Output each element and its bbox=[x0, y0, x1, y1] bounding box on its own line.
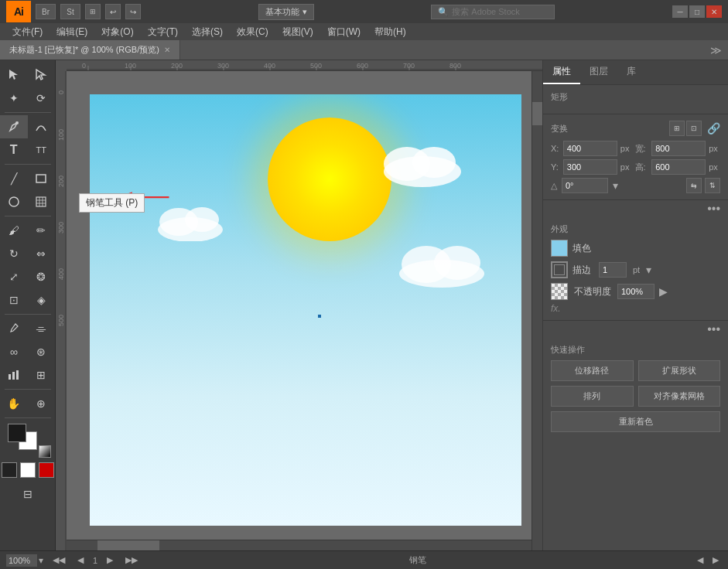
scrollbar-thumb-h[interactable] bbox=[97, 540, 159, 550]
curvature-tool[interactable] bbox=[28, 115, 56, 138]
menu-text[interactable]: 文字(T) bbox=[142, 24, 184, 40]
reflect-tool[interactable]: ⇔ bbox=[28, 242, 56, 265]
free-transform-tool[interactable]: ⊡ bbox=[0, 288, 28, 312]
stroke-dropdown-icon[interactable]: ▾ bbox=[646, 264, 651, 276]
redo-icon[interactable]: ↪ bbox=[125, 4, 141, 19]
rectangle-tool[interactable] bbox=[28, 167, 56, 190]
constrain-proportions-icon[interactable]: 🔗 bbox=[707, 122, 720, 135]
artboard-tool[interactable]: ⊞ bbox=[28, 363, 56, 387]
menu-help[interactable]: 帮助(H) bbox=[368, 24, 412, 40]
align-pixel-button[interactable]: 对齐像素网格 bbox=[638, 386, 721, 407]
expand-shape-button[interactable]: 扩展形状 bbox=[638, 360, 721, 381]
bridge-button[interactable]: Br bbox=[36, 4, 56, 19]
tab-layers[interactable]: 图层 bbox=[580, 60, 617, 84]
ellipse-tool[interactable] bbox=[0, 190, 28, 213]
menu-edit[interactable]: 编辑(E) bbox=[50, 24, 94, 40]
fill-color-preview[interactable] bbox=[551, 240, 568, 257]
foreground-color-swatch[interactable] bbox=[8, 424, 26, 442]
menu-window[interactable]: 窗口(W) bbox=[321, 24, 367, 40]
rotate-tool[interactable]: ↻ bbox=[0, 242, 28, 265]
none-color-box[interactable] bbox=[39, 462, 54, 478]
zoom-tool[interactable]: ⊕ bbox=[28, 392, 56, 415]
dots-menu-icon[interactable]: ••• bbox=[707, 202, 720, 216]
magic-wand-tool[interactable]: ✦ bbox=[0, 87, 28, 110]
arrange-button[interactable]: 排列 bbox=[551, 386, 634, 407]
flip-v-icon[interactable]: ⇅ bbox=[705, 178, 720, 193]
menu-effect[interactable]: 效果(C) bbox=[231, 24, 275, 40]
screen-mode-button[interactable]: ⊟ bbox=[14, 482, 42, 506]
tab-close-button[interactable]: ✕ bbox=[164, 46, 170, 54]
menu-view[interactable]: 视图(V) bbox=[276, 24, 320, 40]
height-input[interactable] bbox=[651, 159, 706, 175]
undo-icon[interactable]: ↩ bbox=[105, 4, 121, 19]
offset-path-button[interactable]: 位移路径 bbox=[551, 360, 634, 381]
app-switcher-button[interactable]: ⊞ bbox=[85, 4, 101, 19]
blend-tool[interactable]: ∞ bbox=[0, 340, 28, 363]
x-input[interactable] bbox=[563, 141, 617, 156]
lasso-tool[interactable]: ⟳ bbox=[28, 87, 56, 110]
angle-dropdown-icon[interactable]: ▾ bbox=[613, 179, 618, 192]
status-arrow-right[interactable]: ▶ bbox=[709, 555, 722, 565]
recolor-button[interactable]: 重新着色 bbox=[551, 411, 720, 432]
stroke-color-box[interactable] bbox=[20, 462, 36, 478]
zoom-input[interactable] bbox=[6, 554, 37, 567]
width-tool[interactable]: ⤢ bbox=[0, 265, 28, 288]
cursor-point bbox=[318, 315, 321, 318]
status-arrow-left[interactable]: ◀ bbox=[694, 555, 706, 565]
tab-libraries[interactable]: 库 bbox=[617, 60, 645, 84]
nav-last-button[interactable]: ▶▶ bbox=[122, 555, 141, 565]
vertical-scrollbar[interactable] bbox=[531, 71, 542, 550]
eyedropper-tool[interactable] bbox=[0, 317, 28, 340]
canvas-container[interactable]: 钢笔工具 (P) bbox=[67, 71, 542, 550]
blob-brush-tool[interactable]: ✏ bbox=[28, 219, 56, 242]
workspace-dropdown[interactable]: 基本功能 ▾ bbox=[258, 4, 314, 20]
flip-h-icon[interactable]: ⇆ bbox=[686, 178, 702, 193]
opacity-arrow-icon[interactable]: ▶ bbox=[659, 285, 668, 298]
expand-panels-button[interactable]: ≫ bbox=[704, 44, 728, 56]
grid-tool[interactable] bbox=[28, 190, 56, 213]
menu-object[interactable]: 对象(O) bbox=[95, 24, 139, 40]
text-tool[interactable]: T bbox=[0, 138, 28, 162]
shaper-tool[interactable]: ◈ bbox=[28, 288, 56, 312]
stroke-preview[interactable] bbox=[551, 261, 568, 278]
stroke-width-input[interactable] bbox=[599, 262, 627, 278]
minimize-button[interactable]: ─ bbox=[672, 5, 688, 18]
pen-tool[interactable] bbox=[0, 115, 28, 138]
horizontal-scrollbar[interactable] bbox=[67, 540, 531, 550]
transform-icon-1[interactable]: ⊞ bbox=[669, 121, 685, 136]
appearance-dots-icon[interactable]: ••• bbox=[707, 322, 720, 336]
gradient-swatch[interactable] bbox=[39, 445, 51, 458]
paintbrush-tool[interactable]: 🖌 bbox=[0, 219, 28, 242]
search-stock-input[interactable] bbox=[452, 7, 548, 16]
search-stock-bar[interactable]: 🔍 bbox=[431, 5, 555, 19]
direct-select-tool[interactable] bbox=[28, 63, 56, 87]
document-tab[interactable]: 未标题-1 [已恢复]* @ 100% (RGB/预览) ✕ bbox=[0, 40, 180, 60]
tab-properties[interactable]: 属性 bbox=[543, 60, 580, 84]
symbol-sprayer-tool[interactable]: ⊛ bbox=[28, 340, 56, 363]
fill-color-box[interactable] bbox=[2, 462, 17, 478]
close-button[interactable]: ✕ bbox=[706, 5, 722, 18]
menu-file[interactable]: 文件(F) bbox=[6, 24, 49, 40]
warp-tool[interactable]: ❂ bbox=[28, 265, 56, 288]
menu-select[interactable]: 选择(S) bbox=[186, 24, 229, 40]
select-tool[interactable] bbox=[0, 63, 28, 87]
scrollbar-thumb[interactable] bbox=[532, 102, 542, 125]
hand-tool[interactable]: ✋ bbox=[0, 392, 28, 415]
zoom-dropdown-icon[interactable]: ▾ bbox=[39, 555, 43, 566]
transform-icon-2[interactable]: ⊡ bbox=[686, 121, 702, 136]
measure-tool[interactable]: ⌯ bbox=[28, 317, 56, 340]
restore-button[interactable]: □ bbox=[689, 5, 705, 18]
nav-prev-button[interactable]: ◀ bbox=[74, 555, 87, 565]
nav-first-button[interactable]: ◀◀ bbox=[50, 555, 68, 565]
line-segment-tool[interactable]: ╱ bbox=[0, 167, 28, 190]
width-input[interactable] bbox=[651, 141, 706, 156]
touch-type-tool[interactable]: TT bbox=[28, 138, 56, 162]
artboard[interactable] bbox=[90, 94, 521, 526]
stock-button[interactable]: St bbox=[60, 4, 80, 19]
cloud-1 bbox=[376, 141, 469, 189]
nav-next-button[interactable]: ▶ bbox=[104, 555, 116, 565]
column-graph-tool[interactable] bbox=[0, 363, 28, 387]
angle-input[interactable] bbox=[562, 178, 608, 193]
opacity-input[interactable] bbox=[617, 284, 655, 299]
y-input[interactable] bbox=[563, 159, 617, 175]
